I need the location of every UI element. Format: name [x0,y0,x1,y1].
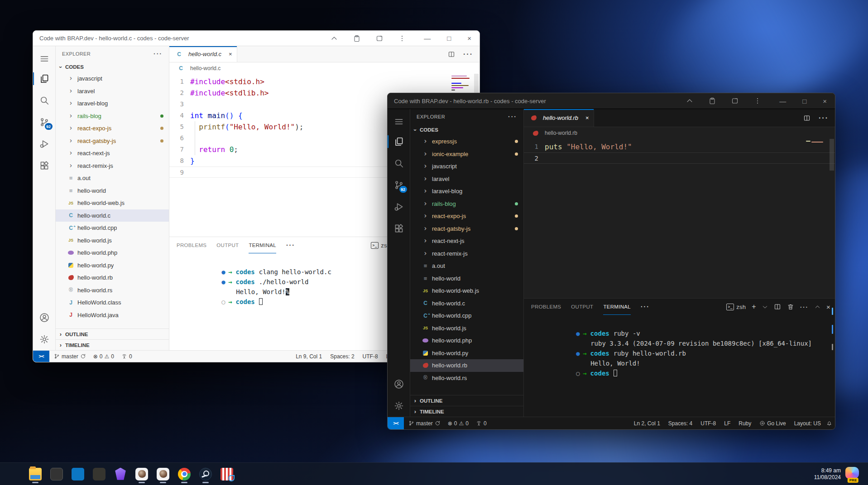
tree-item[interactable]: react-expo-js [56,122,169,135]
tree-item[interactable]: hello-world.py [56,259,169,272]
tree-item[interactable]: hello-world.js [56,234,169,247]
remote-indicator[interactable]: >< [388,417,404,429]
tree-item[interactable]: hello-world.rb [410,359,523,372]
tree-item[interactable]: react-next-js [410,235,523,247]
explorer-activity-button[interactable] [33,68,56,90]
indentation[interactable]: Spaces: 4 [666,420,695,427]
tree-item[interactable]: a.out [56,172,169,185]
tree-item[interactable]: a.out [410,260,523,272]
cursor-position[interactable]: Ln 2, Col 1 [631,420,663,427]
tree-item[interactable]: hello-world.cpp [410,309,523,322]
clipboard-icon[interactable] [709,97,716,105]
tree-item[interactable]: expressjs [410,135,523,148]
tree-item[interactable]: react-gatsby-js [410,223,523,235]
panel-more-actions-icon[interactable]: ··· [800,304,809,310]
close-tab-icon[interactable]: × [229,51,232,57]
output-tab[interactable]: OUTPUT [216,237,239,253]
kebab-menu-icon[interactable] [398,35,406,42]
code-server-app[interactable] [132,464,151,484]
tree-item[interactable]: hello-world [56,185,169,197]
account-button[interactable] [33,307,56,328]
tree-item[interactable]: hello-world-web.js [56,197,169,209]
tree-item[interactable]: hello-world.rs [410,372,523,385]
tree-item[interactable]: react-expo-js [410,210,523,223]
ports-item[interactable]: 0 [119,353,135,360]
breadcrumb[interactable]: hello-world.rb [524,127,835,139]
titlebar[interactable]: Code with BRAP.dev - hello-world.rb - co… [388,93,835,109]
folder-section-header[interactable]: › CODES [410,124,523,135]
menu-button[interactable] [388,113,410,131]
start[interactable] [5,464,24,484]
indentation[interactable]: Spaces: 2 [327,353,357,360]
run-debug-activity-button[interactable] [388,196,410,218]
cursor-position[interactable]: Ln 9, Col 1 [293,353,325,360]
problems-tab[interactable]: PROBLEMS [531,299,561,315]
explorer-actions-icon[interactable]: ··· [508,113,517,120]
tree-item[interactable]: hello-world.c [56,209,169,222]
tree-item[interactable]: hello-world.rb [56,271,169,284]
extensions-activity-button[interactable] [33,155,56,176]
terminal[interactable] [47,464,66,484]
minimize-button[interactable]: — [779,98,786,105]
tree-item[interactable]: hello-world.rs [56,284,169,297]
tree-item[interactable]: rails-blog [56,110,169,123]
eol[interactable]: LF [721,420,733,427]
app-badge-icon[interactable] [376,35,383,42]
sublime-text[interactable] [90,464,109,484]
file-explorer[interactable] [26,464,45,484]
chevron-down-icon[interactable] [762,304,768,310]
account-button[interactable] [388,373,410,395]
encoding[interactable]: UTF-8 [698,420,719,427]
tree-item[interactable]: hello-world.py [410,347,523,360]
tree-item[interactable]: react-next-js [56,147,169,160]
source-control-activity-button[interactable]: 92 [388,174,410,196]
chevron-up-icon[interactable] [686,97,693,105]
notifications-bell-icon[interactable] [826,420,832,426]
close-button[interactable]: × [823,98,827,105]
split-terminal-icon[interactable] [774,303,781,310]
code-editor[interactable]: 1puts "Hello, World!" 2 [524,139,835,298]
source-control-activity-button[interactable]: 92 [33,111,56,133]
chrome[interactable] [175,464,194,484]
search-activity-button[interactable] [388,152,410,174]
tree-item[interactable]: ionic-example [410,148,523,161]
split-editor-icon[interactable] [803,114,810,122]
code-server-app[interactable] [153,464,173,484]
keyboard-layout[interactable]: Layout: US [791,420,824,427]
split-editor-icon[interactable] [448,51,455,58]
terminal[interactable]: ●→codesruby -v ruby 3.3.4 (2024-07-09 re… [524,315,835,417]
editor-actions-icon[interactable]: ··· [463,50,473,58]
maximize-button[interactable]: □ [447,35,451,42]
obsidian[interactable] [111,464,130,484]
tree-item[interactable]: hello-world-web.js [410,285,523,297]
chevron-up-icon[interactable] [331,35,338,42]
breadcrumb[interactable]: hello-world.c [169,62,480,74]
tree-item[interactable]: rails-blog [410,198,523,210]
explorer-actions-icon[interactable]: ··· [153,50,163,57]
tree-item[interactable]: HelloWorld.java [56,309,169,322]
tree-item[interactable]: laravel [56,85,169,98]
ports-item[interactable]: 0 [473,420,489,427]
tree-item[interactable]: react-remix-js [56,160,169,172]
tree-item[interactable]: HelloWorld.class [56,296,169,309]
outline-section[interactable]: ›OUTLINE [56,328,169,339]
steam[interactable] [196,464,215,484]
problems-item[interactable]: ⊗0⚠0 [445,420,471,427]
branch-item[interactable]: master [51,353,89,360]
outline-section[interactable]: ›OUTLINE [410,395,523,406]
minimap[interactable] [806,141,827,143]
tree-item[interactable]: hello-world.php [56,247,169,259]
kill-terminal-icon[interactable] [787,303,794,310]
timeline-section[interactable]: ›TIMELINE [56,339,169,350]
menu-button[interactable] [33,50,56,68]
taskbar-clock[interactable]: 8:49 am 11/08/2024 [814,467,841,481]
explorer-activity-button[interactable] [388,131,410,152]
extensions-activity-button[interactable] [388,218,410,239]
app-badge-icon[interactable] [731,97,739,105]
copilot-button[interactable]: PRE [845,467,861,481]
snipping-tool[interactable] [217,464,236,484]
close-panel-icon[interactable]: × [826,303,830,311]
language-mode[interactable]: Ruby [736,420,754,427]
minimize-button[interactable]: — [424,35,431,42]
tree-item[interactable]: hello-world [410,272,523,285]
